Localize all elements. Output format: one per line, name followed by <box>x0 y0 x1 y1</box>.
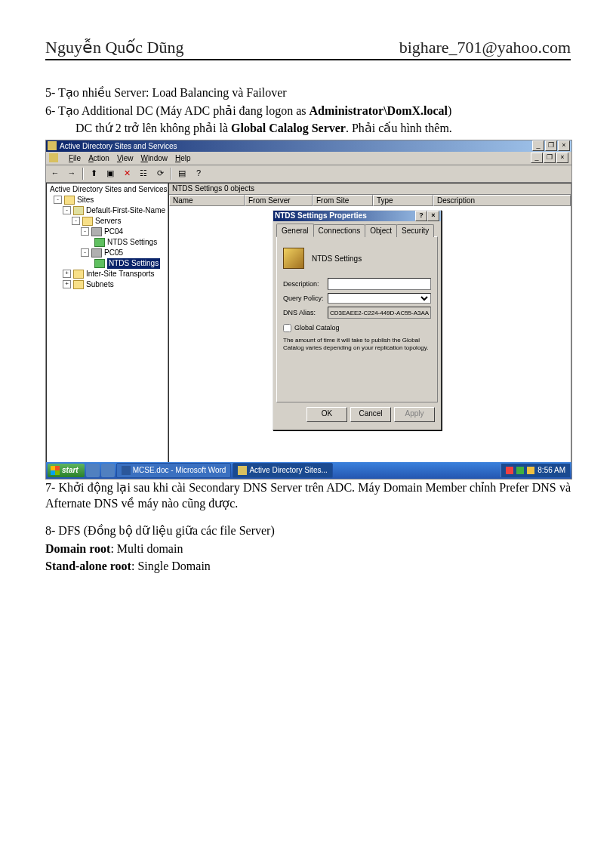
child-close-button[interactable]: × <box>556 153 568 163</box>
app-icon <box>48 141 57 150</box>
author-name: Nguyễn Quốc Dũng <box>45 38 183 57</box>
taskbar-item-adss[interactable]: Active Directory Sites... <box>233 463 332 478</box>
start-button[interactable]: start <box>48 464 85 477</box>
delete-button[interactable]: ✕ <box>119 166 134 181</box>
col-name[interactable]: Name <box>169 195 245 206</box>
tree-ist[interactable]: Inter-Site Transports <box>86 269 155 279</box>
word-icon <box>122 466 131 475</box>
export-button[interactable]: ▤ <box>174 166 189 181</box>
menu-window[interactable]: Window <box>140 153 168 164</box>
adss-icon <box>238 466 247 475</box>
tree-toggle[interactable]: - <box>81 227 89 236</box>
page-header: Nguyễn Quốc Dũng bighare_701@yahoo.com <box>45 38 571 60</box>
tree-root[interactable]: Active Directory Sites and Services [p <box>50 184 168 195</box>
back-button[interactable]: ← <box>48 166 63 181</box>
description-input[interactable] <box>328 278 431 290</box>
up-button[interactable]: ⬆ <box>86 166 101 181</box>
window-title: Active Directory Sites and Services <box>60 141 177 152</box>
taskbar: start MCSE.doc - Microsoft Word Active D… <box>46 462 571 479</box>
query-policy-select[interactable] <box>328 293 431 304</box>
ntds-properties-dialog: NTDS Settings Properties ? × General Con… <box>273 210 442 431</box>
child-restore-button[interactable]: ❐ <box>544 153 556 163</box>
site-icon <box>73 206 84 215</box>
tray-icon[interactable] <box>516 467 524 474</box>
folder-icon <box>73 280 84 289</box>
tree-toggle[interactable]: + <box>63 280 71 288</box>
col-type[interactable]: Type <box>373 195 433 206</box>
tab-connections[interactable]: Connections <box>313 224 366 238</box>
show-hide-button[interactable]: ▣ <box>103 166 118 181</box>
tab-object[interactable]: Object <box>365 224 397 238</box>
label-global-catalog: Global Catalog <box>294 323 340 332</box>
menu-action[interactable]: Action <box>88 153 109 164</box>
tree-pc04[interactable]: PC04 <box>104 227 123 237</box>
window-titlebar: Active Directory Sites and Services _ ❐ … <box>46 140 571 152</box>
tray-clock: 8:56 AM <box>537 465 565 476</box>
label-description: Description: <box>283 279 325 288</box>
folder-icon <box>82 217 93 226</box>
global-catalog-checkbox[interactable] <box>283 324 291 332</box>
mmc-icon <box>49 153 58 162</box>
minimize-button[interactable]: _ <box>532 140 544 151</box>
text-line-6: 6- Tạo Additional DC (Máy ADC phải đang … <box>45 103 571 119</box>
tree-subnets[interactable]: Subnets <box>86 279 114 290</box>
label-query-policy: Query Policy: <box>283 294 325 303</box>
tab-general[interactable]: General <box>276 224 314 238</box>
list-status: NTDS Settings 0 objects <box>169 183 571 195</box>
tree-sites[interactable]: Sites <box>77 195 94 205</box>
text-line-7: 7- Khởi động lại sau khi cài Secondary D… <box>45 480 571 512</box>
ok-button[interactable]: OK <box>306 407 347 422</box>
tray-icon[interactable] <box>506 467 513 474</box>
help-button[interactable]: ? <box>191 166 206 181</box>
ntds-icon <box>94 259 105 268</box>
properties-button[interactable]: ☷ <box>136 166 151 181</box>
menu-help[interactable]: Help <box>175 153 191 164</box>
windows-logo-icon <box>51 466 60 475</box>
tab-panel-general: NTDS Settings Description: Query Policy:… <box>276 236 438 402</box>
taskbar-item-word[interactable]: MCSE.doc - Microsoft Word <box>116 463 232 478</box>
text-line-8: 8- DFS (Đồng bộ dữ liệu giữa các file Se… <box>45 523 571 539</box>
menu-file[interactable]: File <box>69 153 81 164</box>
tree-ntds1[interactable]: NTDS Settings <box>107 237 157 248</box>
text-line-10: Stand-alone root: Single Domain <box>45 558 571 575</box>
quicklaunch-icon[interactable] <box>86 464 100 477</box>
quicklaunch-icon[interactable] <box>101 464 115 477</box>
dialog-title: NTDS Settings Properties <box>275 211 367 221</box>
ntds-icon <box>94 238 105 247</box>
tree-toggle[interactable]: - <box>63 206 71 214</box>
apply-button[interactable]: Apply <box>394 407 435 422</box>
author-email: bighare_701@yahoo.com <box>399 38 571 57</box>
tree-toggle[interactable]: + <box>63 270 71 278</box>
cancel-button[interactable]: Cancel <box>350 407 391 422</box>
tree-toggle[interactable]: - <box>81 248 89 257</box>
maximize-button[interactable]: ❐ <box>545 140 557 151</box>
dialog-help-button[interactable]: ? <box>415 211 427 221</box>
tree-toggle[interactable]: - <box>54 196 62 204</box>
tree-pc05[interactable]: PC05 <box>104 248 123 258</box>
tree-toggle[interactable]: - <box>72 217 80 225</box>
forward-button[interactable]: → <box>64 166 79 181</box>
tree-servers[interactable]: Servers <box>95 216 121 227</box>
tree-pane[interactable]: Active Directory Sites and Services [p -… <box>46 183 168 464</box>
col-from-site[interactable]: From Site <box>313 195 373 206</box>
col-from-server[interactable]: From Server <box>245 195 313 206</box>
tree-default-site[interactable]: Default-First-Site-Name <box>86 205 165 216</box>
text-line-5: 5- Tạo nhiều Server: Load Balancing và F… <box>45 85 571 101</box>
refresh-button[interactable]: ⟳ <box>152 166 168 181</box>
dialog-titlebar: NTDS Settings Properties ? × <box>273 211 441 221</box>
close-button[interactable]: × <box>558 140 570 151</box>
tree-ntds2-selected[interactable]: NTDS Settings <box>107 258 160 269</box>
folder-icon <box>73 270 84 279</box>
server-icon <box>91 248 102 257</box>
dialog-note: The amount of time it will take to publi… <box>283 337 431 351</box>
tray-icon[interactable] <box>527 467 534 474</box>
col-description[interactable]: Description <box>433 195 571 206</box>
tab-security[interactable]: Security <box>396 224 434 238</box>
menu-view[interactable]: View <box>117 153 134 164</box>
text-line-6-sub: DC thứ 2 trở lên không phải là Global Ca… <box>45 120 571 137</box>
text-line-9: Domain root: Multi domain <box>45 541 571 557</box>
toolbar: ← → ⬆ ▣ ✕ ☷ ⟳ ▤ ? <box>46 165 571 183</box>
child-minimize-button[interactable]: _ <box>531 153 543 163</box>
dns-alias-input <box>328 307 431 319</box>
dialog-close-button[interactable]: × <box>427 211 439 221</box>
